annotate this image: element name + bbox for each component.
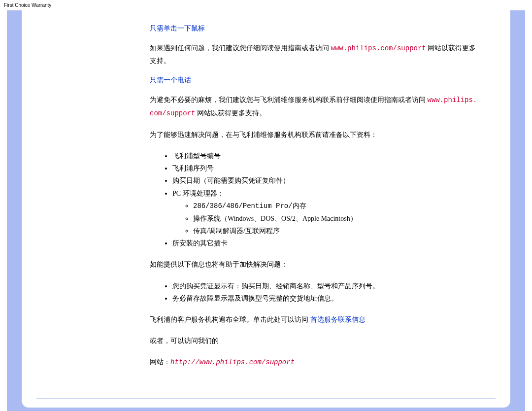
heading-phone: 只需一个电话: [150, 76, 481, 85]
paragraph-7: 网站：http://www.philips.com/support: [150, 356, 481, 369]
para2-text-a: 为避免不必要的麻烦，我们建议您与飞利浦维修服务机构联系前仔细阅读使用指南或者访问: [150, 96, 428, 103]
page-content-area: 只需单击一下鼠标 如果遇到任何问题，我们建议您仔细阅读使用指南或者访问 www.…: [22, 10, 510, 408]
list-item: 操作系统（Windows、DOS、OS/2、Apple Macintosh）: [193, 212, 481, 225]
support-link-3[interactable]: http://www.philips.com/support: [170, 358, 295, 366]
header-file-path: First Choice Warranty: [0, 0, 532, 10]
sublist-pc: 286/386/486/Pentium Pro/内存 操作系统（Windows、…: [172, 200, 481, 238]
list-item: 286/386/486/Pentium Pro/内存: [193, 200, 481, 212]
list-item-label: PC 环境处理器：: [172, 190, 224, 197]
heading-click: 只需单击一下鼠标: [150, 24, 481, 33]
paragraph-2: 为避免不必要的麻烦，我们建议您与飞利浦维修服务机构联系前仔细阅读使用指南或者访问…: [150, 94, 481, 119]
first-choice-contact-link[interactable]: 首选服务联系信息: [310, 316, 366, 323]
list-item: 购买日期（可能需要购买凭证复印件）: [172, 174, 481, 187]
support-link-1[interactable]: www.philips.com/support: [331, 44, 426, 52]
list-item: 您的购买凭证显示有：购买日期、经销商名称、型号和产品序列号。: [172, 280, 481, 292]
list-item: 飞利浦型号编号: [172, 150, 481, 162]
para2-text-b: 网站以获得更多支持。: [195, 109, 266, 117]
para1-text-a: 如果遇到任何问题，我们建议您仔细阅读使用指南或者访问: [150, 44, 331, 52]
paragraph-5: 飞利浦的客户服务机构遍布全球。单击此处可以访问 首选服务联系信息: [150, 313, 481, 326]
paragraph-1: 如果遇到任何问题，我们建议您仔细阅读使用指南或者访问 www.philips.c…: [150, 42, 481, 67]
paragraph-3: 为了能够迅速解决问题，在与飞利浦维修服务机构联系前请准备以下资料：: [150, 129, 481, 141]
sublist-text: 286/386/486/Pentium Pro/内存: [193, 202, 306, 210]
list-item: 务必留存故障显示器及调换型号完整的交货地址信息。: [172, 292, 481, 305]
para5-text-a: 飞利浦的客户服务机构遍布全球。单击此处可以访问: [150, 316, 310, 323]
list-materials: 飞利浦型号编号 飞利浦序列号 购买日期（可能需要购买凭证复印件） PC 环境处理…: [150, 150, 481, 250]
para7-text-a: 网站：: [150, 358, 170, 366]
paragraph-6: 或者，可以访问我们的: [150, 335, 481, 347]
list-item: 飞利浦序列号: [172, 162, 481, 174]
list-info: 您的购买凭证显示有：购买日期、经销商名称、型号和产品序列号。 务必留存故障显示器…: [150, 280, 481, 305]
page-outer-frame: 只需单击一下鼠标 如果遇到任何问题，我们建议您仔细阅读使用指南或者访问 www.…: [7, 10, 525, 411]
list-item: 所安装的其它插卡: [172, 237, 481, 249]
paragraph-4: 如能提供以下信息也将有助于加快解决问题：: [150, 258, 481, 271]
list-item: 传真/调制解调器/互联网程序: [193, 225, 481, 237]
list-item: PC 环境处理器： 286/386/486/Pentium Pro/内存 操作系…: [172, 187, 481, 238]
